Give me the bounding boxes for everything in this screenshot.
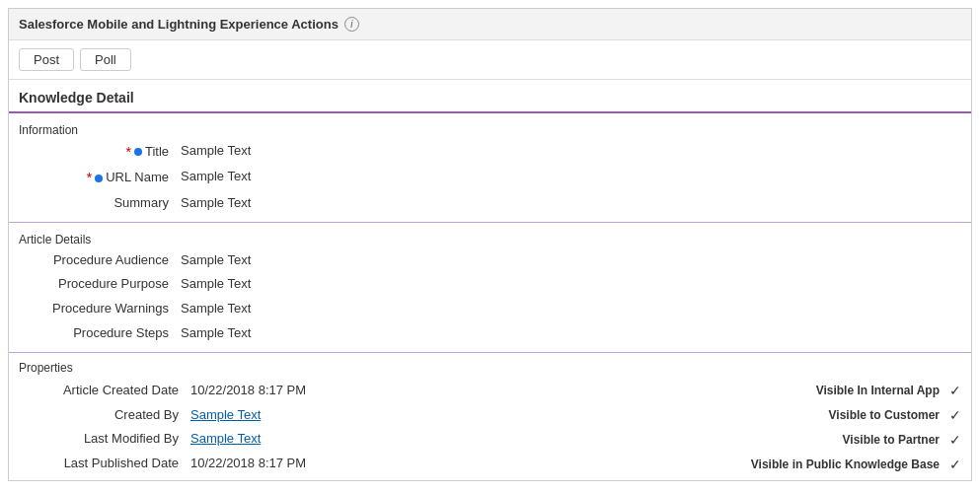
visible-public-kb-check: ✓ <box>949 453 961 477</box>
information-section-label: Information <box>9 119 971 139</box>
knowledge-detail-title: Knowledge Detail <box>9 80 971 113</box>
procedure-warnings-label: Procedure Warnings <box>19 299 177 319</box>
url-name-row: * URL Name Sample Text <box>9 165 971 190</box>
information-section: Information * Title Sample Text * URL Na… <box>9 113 971 223</box>
visible-partner-check: ✓ <box>949 428 961 453</box>
procedure-warnings-row: Procedure Warnings Sample Text <box>9 297 971 321</box>
article-created-date-label: Article Created Date <box>29 381 187 401</box>
visible-internal-app-row: Visible In Internal App ✓ <box>685 379 961 403</box>
summary-row: Summary Sample Text <box>9 191 971 216</box>
last-modified-by-row: Last Modified By Sample Text <box>19 427 685 452</box>
title-row: * Title Sample Text <box>9 139 971 165</box>
visible-public-kb-row: Visible in Public Knowledge Base ✓ <box>685 453 961 477</box>
url-blue-dot <box>95 175 103 182</box>
main-container: Salesforce Mobile and Lightning Experien… <box>8 8 972 481</box>
visible-customer-row: Visible to Customer ✓ <box>685 403 961 428</box>
url-name-label: * URL Name <box>19 167 177 188</box>
procedure-audience-value: Sample Text <box>177 250 961 271</box>
properties-grid: Article Created Date 10/22/2018 8:17 PM … <box>9 377 971 480</box>
created-by-value: Sample Text <box>187 405 675 426</box>
created-by-link[interactable]: Sample Text <box>190 407 261 422</box>
procedure-audience-row: Procedure Audience Sample Text <box>9 248 971 273</box>
poll-button[interactable]: Poll <box>80 48 131 71</box>
procedure-audience-label: Procedure Audience <box>19 250 177 271</box>
last-modified-by-label: Last Modified By <box>29 429 187 450</box>
procedure-purpose-label: Procedure Purpose <box>19 274 177 295</box>
article-details-label: Article Details <box>9 229 971 248</box>
last-modified-by-value: Sample Text <box>187 429 675 450</box>
properties-left: Article Created Date 10/22/2018 8:17 PM … <box>19 379 685 478</box>
article-created-date-value: 10/22/2018 8:17 PM <box>187 381 675 401</box>
title-blue-dot <box>134 148 142 156</box>
last-published-date-value: 10/22/2018 8:17 PM <box>187 454 675 474</box>
procedure-purpose-row: Procedure Purpose Sample Text <box>9 272 971 297</box>
procedure-purpose-value: Sample Text <box>177 274 961 295</box>
properties-label: Properties <box>9 357 971 377</box>
procedure-warnings-value: Sample Text <box>177 299 961 319</box>
title-label: * Title <box>19 141 177 163</box>
visible-customer-label: Visible to Customer <box>829 405 940 427</box>
info-icon[interactable]: i <box>344 17 359 32</box>
last-published-date-row: Last Published Date 10/22/2018 8:17 PM <box>19 452 685 476</box>
summary-label: Summary <box>19 193 177 214</box>
visible-internal-app-label: Visible In Internal App <box>816 381 940 402</box>
visible-customer-check: ✓ <box>949 403 961 428</box>
title-required-star: * <box>125 141 130 163</box>
actions-toolbar: Post Poll <box>9 40 971 80</box>
summary-value: Sample Text <box>177 193 961 214</box>
created-by-label: Created By <box>29 405 187 426</box>
last-modified-by-link[interactable]: Sample Text <box>190 431 261 446</box>
title-value: Sample Text <box>177 141 961 162</box>
procedure-steps-label: Procedure Steps <box>19 323 177 344</box>
last-published-date-label: Last Published Date <box>29 454 187 474</box>
main-title: Salesforce Mobile and Lightning Experien… <box>19 17 339 32</box>
created-by-row: Created By Sample Text <box>19 403 685 428</box>
top-header: Salesforce Mobile and Lightning Experien… <box>9 9 971 40</box>
properties-section: Properties Article Created Date 10/22/20… <box>9 353 971 480</box>
visible-public-kb-label: Visible in Public Knowledge Base <box>751 455 940 476</box>
procedure-steps-value: Sample Text <box>177 323 961 344</box>
visible-partner-row: Visible to Partner ✓ <box>685 428 961 453</box>
post-button[interactable]: Post <box>19 48 74 71</box>
visible-partner-label: Visible to Partner <box>843 430 940 452</box>
visible-internal-app-check: ✓ <box>949 379 961 403</box>
url-required-star: * <box>87 167 92 188</box>
url-name-value: Sample Text <box>177 167 961 187</box>
article-details-section: Article Details Procedure Audience Sampl… <box>9 223 971 353</box>
properties-right: Visible In Internal App ✓ Visible to Cus… <box>685 379 961 478</box>
article-created-date-row: Article Created Date 10/22/2018 8:17 PM <box>19 379 685 403</box>
procedure-steps-row: Procedure Steps Sample Text <box>9 321 971 346</box>
